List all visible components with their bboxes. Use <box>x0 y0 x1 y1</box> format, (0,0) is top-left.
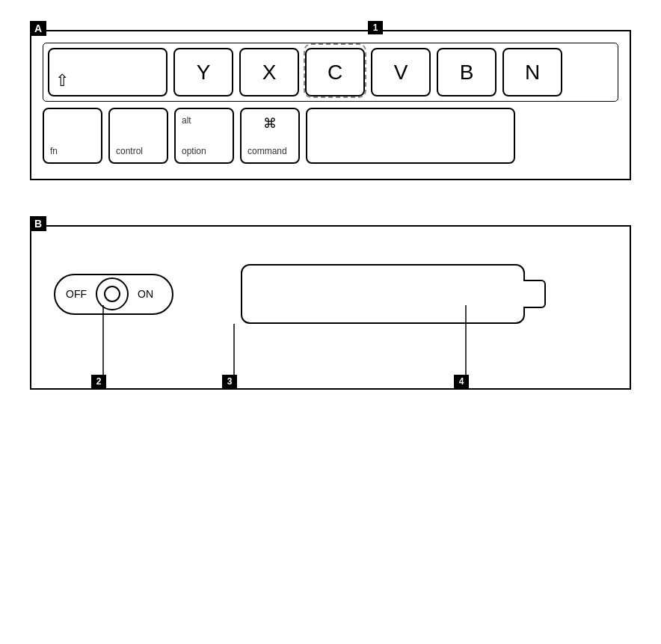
badge-2: 2 <box>91 375 106 388</box>
key-command[interactable]: ⌘ command <box>240 108 300 164</box>
key-shift[interactable]: ⇧ <box>48 48 167 96</box>
key-n-label: N <box>525 61 540 85</box>
key-v[interactable]: V <box>371 48 431 96</box>
key-c[interactable]: C <box>305 48 365 96</box>
toggle-container: OFF ON <box>54 274 173 315</box>
section-a: A 1 ⇧ Y X C <box>30 30 631 180</box>
keyboard-rows: ⇧ Y X C V <box>43 43 618 164</box>
badge-section-b-row: 2 3 4 <box>31 343 630 388</box>
usb-connector <box>523 280 546 308</box>
command-icon: ⌘ <box>263 115 277 132</box>
key-row-1: ⇧ Y X C V <box>43 43 618 102</box>
key-fn-label: fn <box>50 146 58 156</box>
key-control-label: control <box>116 146 143 156</box>
key-command-label: command <box>248 146 287 156</box>
section-label-b: B <box>30 216 46 231</box>
key-b-label: B <box>460 61 474 85</box>
key-control[interactable]: control <box>108 108 168 164</box>
toggle-on-label: ON <box>138 288 153 300</box>
key-y[interactable]: Y <box>173 48 233 96</box>
toggle-thumb-inner <box>104 286 120 302</box>
page-container: A 1 ⇧ Y X C <box>0 0 661 644</box>
badge-3-wrapper: 3 <box>222 375 237 388</box>
badge-2-wrapper: 2 <box>91 375 106 388</box>
badge-3: 3 <box>222 375 237 388</box>
key-x[interactable]: X <box>239 48 299 96</box>
section-b-content: OFF ON <box>46 249 615 339</box>
toggle-thumb[interactable] <box>96 277 129 310</box>
key-alt-label: alt <box>182 115 191 126</box>
key-x-label: X <box>262 61 277 85</box>
key-c-label: C <box>328 61 342 85</box>
badge-1: 1 <box>368 21 383 34</box>
key-space[interactable] <box>306 108 515 164</box>
key-y-label: Y <box>197 61 211 85</box>
key-n[interactable]: N <box>502 48 562 96</box>
badge-4-wrapper: 4 <box>454 375 469 388</box>
section-label-a: A <box>30 21 46 36</box>
toggle-off-label: OFF <box>66 288 87 300</box>
key-fn[interactable]: fn <box>43 108 102 164</box>
key-option-label: option <box>182 146 206 156</box>
key-row-2: fn control alt option ⌘ command <box>43 108 618 164</box>
usb-device <box>241 264 525 324</box>
badge-4: 4 <box>454 375 469 388</box>
toggle-switch[interactable]: OFF ON <box>54 274 173 315</box>
key-b[interactable]: B <box>437 48 496 96</box>
section-b: B OFF ON <box>30 225 631 390</box>
key-v-label: V <box>394 61 408 85</box>
shift-icon: ⇧ <box>55 71 69 91</box>
usb-body <box>241 264 525 324</box>
key-option[interactable]: alt option <box>174 108 234 164</box>
